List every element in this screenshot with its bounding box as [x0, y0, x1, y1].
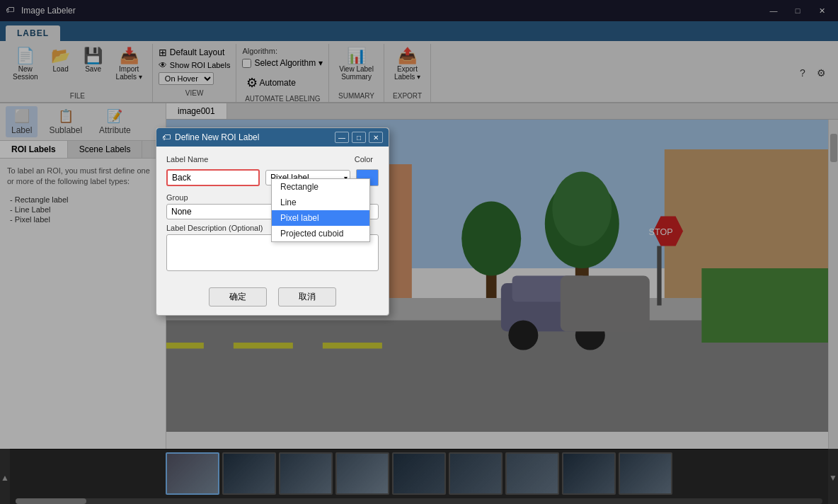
label-name-header: Label Name [166, 155, 208, 164]
modal-titlebar: 🏷 Define New ROI Label — □ ✕ [156, 128, 389, 147]
modal-maximize-button[interactable]: □ [352, 132, 366, 143]
dropdown-option-pixel-label[interactable]: Pixel label [272, 210, 369, 226]
label-type-dropdown-popup: Rectangle Line Pixel label Projected cub… [271, 178, 370, 242]
modal-footer: 确定 取消 [156, 282, 389, 315]
modal-close-button[interactable]: ✕ [369, 132, 383, 143]
dropdown-option-line[interactable]: Line [272, 195, 369, 210]
label-name-input[interactable] [166, 169, 260, 186]
label-name-field-wrapper [166, 169, 260, 186]
dropdown-option-projected-cuboid[interactable]: Projected cuboid [272, 226, 369, 241]
modal-win-buttons: — □ ✕ [335, 132, 383, 143]
color-header: Color [355, 155, 373, 164]
confirm-button[interactable]: 确定 [209, 287, 267, 307]
label-name-color-row: Label Name Color [166, 155, 379, 164]
modal-overlay: 🏷 Define New ROI Label — □ ✕ Label Name … [0, 0, 838, 504]
modal-minimize-button[interactable]: — [335, 132, 349, 143]
modal-title-left: 🏷 Define New ROI Label [162, 132, 259, 142]
modal-dialog-icon: 🏷 [162, 132, 171, 142]
modal-title: Define New ROI Label [175, 132, 259, 142]
cancel-button[interactable]: 取消 [278, 287, 336, 307]
dropdown-option-rectangle[interactable]: Rectangle [272, 179, 369, 195]
